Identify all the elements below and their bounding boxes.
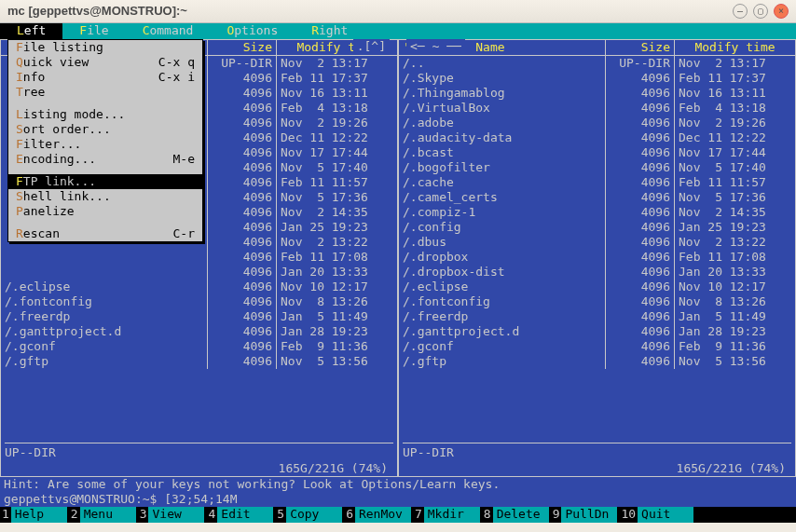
fnkey-5[interactable]: 5Copy xyxy=(275,507,342,523)
file-row[interactable]: /.VirtualBox4096Feb 4 13:18 xyxy=(399,101,795,116)
dropdown-item[interactable]: InfoC-x i xyxy=(8,70,202,85)
menu-options[interactable]: Options xyxy=(210,23,295,39)
file-row[interactable]: /.dropbox-dist4096Jan 20 13:33 xyxy=(399,265,795,280)
left-panel-title: .[^] xyxy=(353,39,390,54)
file-row[interactable]: /.Thingamablog4096Nov 16 13:11 xyxy=(399,86,795,101)
maximize-icon[interactable]: ▢ xyxy=(753,4,768,19)
file-row[interactable]: /.audacity-data4096Dec 11 12:22 xyxy=(399,130,795,145)
file-row[interactable]: /.ganttproject.d4096Jan 28 19:23 xyxy=(1,324,397,339)
file-row[interactable]: /.config4096Jan 25 19:23 xyxy=(399,220,795,235)
file-row[interactable]: /.freerdp4096Jan 5 11:49 xyxy=(399,309,795,324)
file-row[interactable]: 4096Feb 11 17:08 xyxy=(1,250,397,265)
dropdown-item[interactable]: RescanC-r xyxy=(8,226,202,241)
dropdown-item[interactable]: FTP link... xyxy=(8,174,202,189)
file-row[interactable]: /.gconf4096Feb 9 11:36 xyxy=(1,339,397,354)
fnkey-3[interactable]: 3View xyxy=(138,507,205,523)
dropdown-item[interactable]: Panelize xyxy=(8,204,202,219)
menu-file[interactable]: File xyxy=(62,23,125,39)
file-row[interactable]: /.cache4096Feb 11 11:57 xyxy=(399,175,795,190)
left-disk-usage: 165G/221G (74%) xyxy=(279,461,388,476)
file-row[interactable]: /.dropbox4096Feb 11 17:08 xyxy=(399,250,795,265)
fnkey-1[interactable]: 1Help xyxy=(0,507,67,523)
file-row[interactable]: /.Skype4096Feb 11 17:37 xyxy=(399,71,795,86)
file-row[interactable]: 4096Jan 20 13:33 xyxy=(1,265,397,280)
fnkey-9[interactable]: 9PullDn xyxy=(551,507,618,523)
file-row[interactable]: /.dbus4096Nov 2 13:22 xyxy=(399,235,795,250)
file-row[interactable]: /.gconf4096Feb 9 11:36 xyxy=(399,339,795,354)
left-menu-dropdown[interactable]: File listing Quick viewC-x q InfoC-x i T… xyxy=(7,39,203,242)
terminal-area: LeftFileCommandOptionsRight File listing… xyxy=(0,23,796,532)
file-row[interactable]: /.fontconfig4096Nov 8 13:26 xyxy=(1,294,397,309)
file-row[interactable]: /..UP--DIRNov 2 13:17 xyxy=(399,56,795,71)
right-panel[interactable]: <─ ~ ── 'n Name Size Modify time /..UP--… xyxy=(398,39,796,477)
menubar[interactable]: LeftFileCommandOptionsRight xyxy=(0,23,796,39)
col-mtime[interactable]: Modify time xyxy=(674,40,795,55)
file-row[interactable]: /.freerdp4096Jan 5 11:49 xyxy=(1,309,397,324)
file-row[interactable]: /.bcast4096Nov 17 17:44 xyxy=(399,145,795,160)
dropdown-item[interactable]: Listing mode... xyxy=(8,107,202,122)
fnkey-6[interactable]: 6RenMov xyxy=(344,507,411,523)
file-row[interactable]: /.eclipse4096Nov 10 12:17 xyxy=(399,280,795,294)
dropdown-item[interactable]: File listing xyxy=(8,40,202,55)
dropdown-item[interactable]: Sort order... xyxy=(8,122,202,137)
file-row[interactable]: /.eclipse4096Nov 10 12:17 xyxy=(1,280,397,294)
col-size[interactable]: Size xyxy=(207,40,276,55)
right-panel-title: <─ ~ ── xyxy=(406,39,465,54)
file-row[interactable]: /.adobe4096Nov 2 19:26 xyxy=(399,116,795,130)
file-row[interactable]: /.ganttproject.d4096Jan 28 19:23 xyxy=(399,324,795,339)
col-size[interactable]: Size xyxy=(605,40,674,55)
window-titlebar: mc [geppettvs@MONSTRUO]:~ – ▢ × xyxy=(0,0,796,23)
file-row[interactable]: /.bogofilter4096Nov 5 17:40 xyxy=(399,160,795,175)
fnkey-8[interactable]: 8Delete xyxy=(482,507,549,523)
close-icon[interactable]: × xyxy=(774,4,789,19)
function-key-bar[interactable]: 1Help2Menu3View4Edit5Copy6RenMov7Mkdir8D… xyxy=(0,507,796,523)
fnkey-7[interactable]: 7Mkdir xyxy=(413,507,480,523)
file-row[interactable]: /.gftp4096Nov 5 13:56 xyxy=(1,354,397,369)
right-status-line: UP--DIR xyxy=(403,443,791,460)
file-row[interactable]: /.fontconfig4096Nov 8 13:26 xyxy=(399,294,795,309)
fnkey-10[interactable]: 10Quit xyxy=(619,507,693,523)
fnkey-2[interactable]: 2Menu xyxy=(69,507,136,523)
hint-line: Hint: Are some of your keys not working?… xyxy=(0,477,796,492)
dropdown-item[interactable]: Tree xyxy=(8,85,202,100)
window-title: mc [geppettvs@MONSTRUO]:~ xyxy=(7,4,733,19)
menu-right[interactable]: Right xyxy=(295,23,364,39)
right-disk-usage: 165G/221G (74%) xyxy=(677,461,786,476)
dropdown-item[interactable]: Shell link... xyxy=(8,189,202,204)
file-row[interactable]: /.gftp4096Nov 5 13:56 xyxy=(399,354,795,369)
dropdown-item[interactable]: Quick viewC-x q xyxy=(8,55,202,70)
minimize-icon[interactable]: – xyxy=(733,4,748,19)
file-row[interactable]: /.compiz-14096Nov 2 14:35 xyxy=(399,205,795,220)
menu-command[interactable]: Command xyxy=(126,23,211,39)
menu-left[interactable]: Left xyxy=(0,23,62,39)
dropdown-item[interactable]: Filter... xyxy=(8,137,202,152)
fnkey-4[interactable]: 4Edit xyxy=(206,507,273,523)
dropdown-item[interactable]: Encoding...M-e xyxy=(8,152,202,167)
left-status-line: UP--DIR xyxy=(5,443,393,460)
shell-prompt[interactable]: geppettvs@MONSTRUO:~$ [32;54;14M xyxy=(0,492,796,507)
file-row[interactable]: /.camel_certs4096Nov 5 17:36 xyxy=(399,190,795,205)
